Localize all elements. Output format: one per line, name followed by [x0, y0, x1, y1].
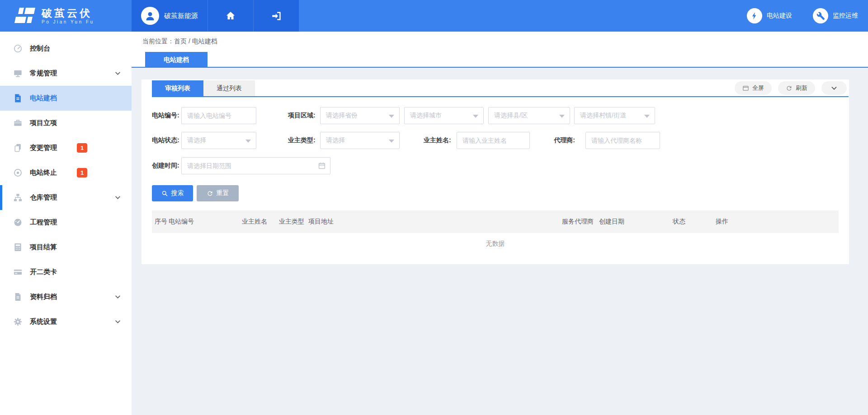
tab-review-list[interactable]: 审核列表	[152, 80, 203, 96]
sidebar: 控制台 常规管理 电站建档	[0, 32, 132, 415]
breadcrumb-bar: 当前位置：首页 / 电站建档 电站建档	[132, 32, 868, 68]
chevron-down-icon	[831, 86, 837, 90]
col-project-address: 项目地址	[308, 218, 562, 226]
sidebar-item-label: 资料归档	[30, 293, 57, 301]
signin-button[interactable]	[254, 0, 299, 32]
filter-region: 项目区域: 请选择省份 请选择城市 请选择县/区 请选择村镇/街道	[288, 107, 655, 124]
reset-icon	[207, 190, 213, 197]
province-placeholder: 请选择省份	[326, 112, 358, 120]
header-right-nav: 电站建设 监控运维	[299, 0, 868, 32]
city-placeholder: 请选择城市	[410, 112, 442, 120]
owner-type-label: 业主类型:	[288, 136, 317, 145]
county-select[interactable]: 请选择县/区	[488, 107, 570, 124]
sidebar-item-system-settings[interactable]: 系统设置	[0, 309, 132, 334]
content-area: 审核列表 通过列表 全屏 刷新	[132, 68, 868, 415]
panel-tabs: 审核列表 通过列表 全屏 刷新	[152, 80, 849, 97]
fullscreen-button[interactable]: 全屏	[735, 81, 772, 95]
notification-badge: 1	[77, 143, 87, 153]
top-header: 破茧云伏 Po Jian Yun Fu 破茧新能源	[0, 0, 868, 32]
sidebar-item-console[interactable]: 控制台	[0, 36, 132, 61]
caret-down-icon	[644, 115, 650, 118]
sidebar-item-type2-card[interactable]: 开二类卡	[0, 260, 132, 284]
table-header: 序号 电站编号 业主姓名 业主类型 项目地址 服务代理商 创建日期 状态 操作	[152, 210, 839, 233]
col-status: 状态	[673, 218, 716, 226]
col-actions: 操作	[716, 218, 839, 226]
county-placeholder: 请选择县/区	[494, 112, 528, 120]
city-select[interactable]: 请选择城市	[404, 107, 484, 124]
nav-label: 电站建设	[767, 12, 792, 20]
chevron-down-icon	[115, 196, 121, 200]
collapse-button[interactable]	[821, 81, 847, 95]
target-icon	[13, 168, 23, 178]
filter-owner-name: 业主姓名:	[424, 132, 530, 149]
caret-down-icon	[473, 115, 478, 118]
sitemap-icon	[13, 193, 23, 203]
sidebar-item-label: 电站建档	[30, 94, 57, 103]
col-index: 序号	[155, 218, 169, 226]
wrench-icon	[813, 8, 828, 23]
sidebar-item-station-archive[interactable]: 电站建档	[0, 86, 132, 111]
reset-label: 重置	[217, 189, 229, 197]
breadcrumb-path: 首页 / 电站建档	[174, 37, 217, 45]
nav-station-construction[interactable]: 电站建设	[747, 8, 792, 23]
filter-station-no: 电站编号:	[152, 107, 256, 124]
monitor-icon	[13, 69, 23, 79]
caret-down-icon	[559, 115, 565, 118]
file-archive-icon	[13, 292, 23, 302]
sidebar-item-label: 工程管理	[30, 218, 57, 227]
search-button[interactable]: 搜索	[152, 185, 193, 201]
station-no-input[interactable]	[181, 107, 256, 124]
chevron-down-icon	[115, 295, 121, 299]
tab-passed-list[interactable]: 通过列表	[203, 80, 255, 96]
filter-agent: 代理商:	[548, 132, 660, 149]
dashboard-icon	[13, 44, 23, 54]
nav-monitoring-ops[interactable]: 监控运维	[813, 8, 858, 23]
create-time-label: 创建时间:	[152, 162, 181, 170]
region-label: 项目区域:	[288, 112, 317, 120]
station-archive-panel: 审核列表 通过列表 全屏 刷新	[142, 79, 849, 264]
filter-owner-type: 业主类型: 请选择	[288, 132, 400, 149]
fullscreen-icon	[742, 85, 749, 92]
village-select[interactable]: 请选择村镇/街道	[574, 107, 655, 124]
province-select[interactable]: 请选择省份	[320, 107, 400, 124]
owner-type-select[interactable]: 请选择	[320, 132, 400, 149]
sidebar-item-label: 仓库管理	[30, 193, 57, 202]
page-tab-station-archive[interactable]: 电站建档	[145, 52, 208, 68]
sidebar-item-data-archive[interactable]: 资料归档	[0, 284, 132, 309]
user-menu[interactable]: 破茧新能源	[132, 0, 208, 32]
agent-label: 代理商:	[548, 136, 577, 145]
breadcrumb-label: 当前位置：	[142, 37, 174, 45]
sidebar-item-engineering-mgmt[interactable]: 工程管理	[0, 210, 132, 235]
station-status-select[interactable]: 请选择	[181, 132, 256, 149]
refresh-button[interactable]: 刷新	[778, 81, 815, 95]
agent-input[interactable]	[585, 132, 660, 149]
sidebar-item-station-termination[interactable]: 电站终止 1	[0, 160, 132, 185]
logo[interactable]: 破茧云伏 Po Jian Yun Fu	[0, 0, 132, 32]
caret-down-icon	[389, 115, 394, 118]
sidebar-item-warehouse-mgmt[interactable]: 仓库管理	[0, 185, 132, 210]
fullscreen-label: 全屏	[752, 84, 764, 92]
sidebar-item-label: 项目立项	[30, 119, 57, 127]
sidebar-item-change-mgmt[interactable]: 变更管理 1	[0, 135, 132, 160]
search-label: 搜索	[171, 189, 184, 197]
logo-subtitle: Po Jian Yun Fu	[42, 19, 94, 25]
sidebar-item-label: 项目结算	[30, 243, 57, 252]
owner-name-input[interactable]	[457, 132, 530, 149]
document-icon	[13, 93, 23, 103]
sidebar-item-project-initiation[interactable]: 项目立项	[0, 111, 132, 135]
date-range-input[interactable]	[181, 157, 330, 174]
home-button[interactable]	[208, 0, 254, 32]
sign-in-icon	[271, 10, 282, 22]
gear-icon	[13, 317, 23, 327]
table-empty-state: 无数据	[152, 233, 839, 255]
user-avatar-icon	[141, 7, 159, 25]
village-placeholder: 请选择村镇/街道	[580, 112, 626, 120]
lightning-icon	[747, 8, 762, 23]
sidebar-item-label: 开二类卡	[30, 268, 57, 276]
owner-type-placeholder: 请选择	[326, 136, 345, 145]
chevron-down-icon	[115, 71, 121, 75]
search-icon	[161, 190, 168, 197]
sidebar-item-project-settlement[interactable]: 项目结算	[0, 235, 132, 260]
reset-button[interactable]: 重置	[197, 185, 239, 201]
sidebar-item-general-mgmt[interactable]: 常规管理	[0, 61, 132, 86]
